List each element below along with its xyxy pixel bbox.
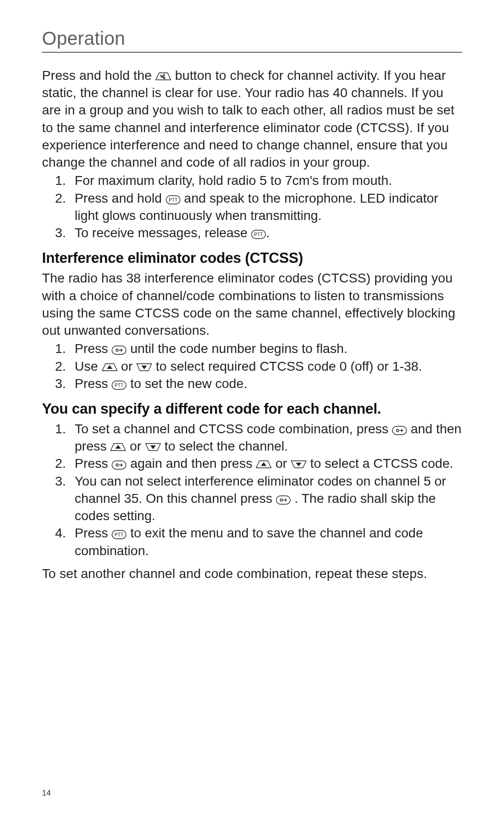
down-button-icon [145,442,161,452]
up-button-icon [256,459,272,470]
text: To set a channel and CTCSS code combinat… [75,422,392,436]
ptt-button-icon: PTT [112,381,126,390]
text: to set the new code. [126,376,247,391]
text: Press [75,526,112,540]
transmit-steps-list: 1. For maximum clarity, hold radio 5 to … [42,172,462,241]
list-number: 2. [55,190,75,224]
text: until the code number begins to flash. [126,341,347,356]
svg-point-16 [116,464,119,466]
text: Press [75,376,112,391]
svg-marker-14 [150,445,156,449]
per-channel-steps-list: 1. To set a channel and CTCSS code combi… [42,420,462,559]
svg-text:PTT: PTT [254,232,263,237]
menu-button-icon [276,495,291,505]
intro-paragraph: Press and hold the button to check for c… [42,67,462,171]
ctcss-intro: The radio has 38 interference eliminator… [42,269,462,339]
list-text: For maximum clarity, hold radio 5 to 7cm… [75,172,462,189]
text: to select required CTCSS code 0 (off) or… [152,359,422,374]
text: Use [75,359,102,374]
svg-marker-13 [115,445,121,449]
down-button-icon [291,459,307,470]
list-text: Press PTT to exit the menu and to save t… [75,524,462,559]
list-item: 2. Press and hold PTT and speak to the m… [55,190,462,224]
list-item: 2. Use or to select required CTCSS code … [55,358,462,375]
ptt-button-icon: PTT [251,230,266,239]
ptt-button-icon: PTT [166,195,181,204]
list-text: You can not select interference eliminat… [75,472,462,525]
down-button-icon [136,362,152,373]
manual-page: Operation Press and hold the button to c… [0,0,504,825]
list-item: 2. Press again and then press or [55,455,462,472]
menu-button-icon [112,460,126,470]
outro-paragraph: To set another channel and code combinat… [42,565,462,582]
menu-button-icon [392,426,407,435]
text: Press [75,456,112,471]
svg-point-12 [397,429,399,431]
menu-button-icon [112,346,126,355]
up-button-icon [102,362,118,373]
list-number: 3. [55,375,75,392]
list-number: 2. [55,455,75,472]
ctcss-steps-list: 1. Press until the code number begins to… [42,340,462,392]
list-number: 1. [55,340,75,357]
list-text: Press until the code number begins to fl… [75,340,462,357]
svg-text:PTT: PTT [115,383,124,388]
svg-text:PTT: PTT [115,532,124,537]
list-text: Use or to select required CTCSS code 0 (… [75,358,462,375]
list-item: 3. Press PTT to set the new code. [55,375,462,392]
list-item: 1. For maximum clarity, hold radio 5 to … [55,172,462,189]
text: Press [75,341,112,356]
svg-text:PTT: PTT [168,197,177,203]
section-title: Operation [42,28,462,53]
page-number: 14 [42,789,51,798]
list-item: 4. Press PTT to exit the menu and to sav… [55,524,462,559]
text: again and then press [126,456,256,471]
list-number: 4. [55,524,75,559]
text: to select the channel. [161,439,288,453]
list-number: 1. [55,420,75,455]
text: to select a CTCSS code. [307,456,453,471]
svg-marker-8 [141,366,147,369]
list-number: 3. [55,472,75,525]
svg-point-20 [280,499,283,501]
list-text: Press PTT to set the new code. [75,375,462,392]
list-item: 1. Press until the code number begins to… [55,340,462,357]
list-item: 3. You can not select interference elimi… [55,472,462,525]
list-text: Press again and then press or [75,455,462,472]
monitor-button-icon [155,71,171,82]
svg-marker-7 [107,365,112,369]
up-button-icon [110,442,126,452]
list-text: To receive messages, release PTT . [75,224,462,241]
text: or [126,439,145,453]
text: To receive messages, release [75,226,251,240]
text: or [272,456,290,471]
text: Press and hold the [42,68,155,83]
list-number: 2. [55,358,75,375]
text: Press and hold [75,191,166,205]
text: . [266,226,270,240]
ptt-button-icon: PTT [112,530,126,539]
text: or [118,359,136,374]
text: to exit the menu and to save the channel… [75,526,423,557]
svg-point-6 [116,349,119,352]
svg-marker-18 [296,463,301,466]
list-text: Press and hold PTT and speak to the micr… [75,190,462,224]
list-number: 1. [55,172,75,189]
text: button to check for channel activity. If… [42,68,455,169]
list-item: 1. To set a channel and CTCSS code combi… [55,420,462,455]
svg-marker-17 [261,462,266,466]
list-text: To set a channel and CTCSS code combinat… [75,420,462,455]
list-number: 3. [55,224,75,241]
ctcss-heading: Interference eliminator codes (CTCSS) [42,250,462,267]
per-channel-heading: You can specify a different code for eac… [42,401,462,417]
list-item: 3. To receive messages, release PTT . [55,224,462,241]
